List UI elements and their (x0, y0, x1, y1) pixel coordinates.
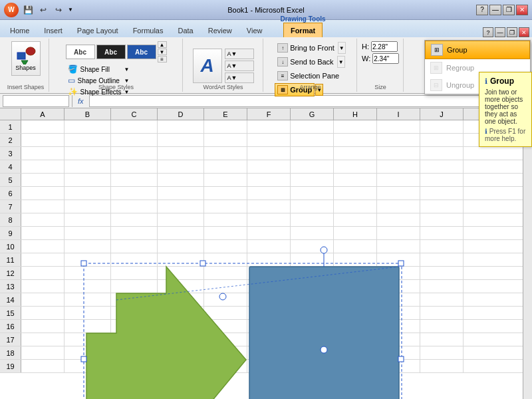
table-row: 16 (0, 320, 532, 333)
style-expand[interactable]: ≡ (158, 56, 167, 63)
shapes-button[interactable]: Shapes (11, 41, 41, 76)
cell-e1[interactable] (204, 120, 247, 133)
col-header-j[interactable]: J (420, 108, 464, 120)
tab-home[interactable]: Home (3, 23, 37, 37)
group-wordart: A A▼ A▼ A▼ WordArt Styles (184, 39, 263, 92)
name-box[interactable] (3, 95, 69, 107)
wordart-large-button[interactable]: A (193, 49, 222, 83)
save-button[interactable]: 💾 (21, 3, 35, 17)
office-orb[interactable]: W (4, 3, 19, 17)
style-preset-blue[interactable]: Abc (127, 45, 156, 59)
tab-review[interactable]: Review (201, 23, 239, 37)
style-scroll-up[interactable]: ▲ (158, 41, 167, 48)
table-row: 15 (0, 307, 532, 320)
minimize-button[interactable]: — (489, 5, 501, 15)
shape-fill-icon: 🪣 (68, 65, 78, 74)
selection-pane-button[interactable]: ≡ Selection Pane (275, 69, 342, 82)
wordart-effect-btn[interactable]: A▼ (225, 72, 254, 83)
cell-h1[interactable] (334, 120, 377, 133)
scrollbar-vertical[interactable] (523, 120, 532, 399)
col-header-b[interactable]: B (65, 108, 111, 120)
cell-b1[interactable] (65, 120, 111, 133)
svg-point-1 (26, 47, 35, 55)
ribbon-restore-button[interactable]: ❐ (507, 27, 517, 37)
style-scroll-down[interactable]: ▼ (158, 49, 167, 55)
dd-regroup-icon: ⊞ (430, 62, 442, 74)
height-input[interactable] (371, 41, 398, 52)
arrange-label: Arrange (264, 84, 356, 90)
dd-group-item[interactable]: ⊞ Group (425, 41, 530, 59)
restore-button[interactable]: ❐ (503, 5, 515, 15)
group-tooltip: ℹ Group Join two or more objects togethe… (479, 72, 532, 147)
shapes-button-label: Shapes (15, 65, 36, 71)
col-header-f[interactable]: F (247, 108, 291, 120)
height-input-row: H: (362, 41, 398, 52)
insert-shapes-content: Shapes (11, 40, 41, 90)
send-to-back-dropdown[interactable]: ▼ (337, 56, 345, 68)
table-row: 7 (0, 200, 532, 213)
table-row: 1 (0, 120, 532, 134)
tab-data[interactable]: Data (170, 23, 200, 37)
style-preset-black[interactable]: Abc (96, 45, 126, 59)
fx-button[interactable]: fx (75, 97, 86, 105)
ribbon-minimize-button[interactable]: — (495, 27, 505, 37)
tab-view[interactable]: View (239, 23, 270, 37)
title-bar-title: Book1 - Microsoft Excel (0, 6, 532, 14)
cell-f1[interactable] (247, 120, 291, 133)
shape-fill-dropdown[interactable]: ▼ (124, 66, 130, 72)
table-row: 6 (0, 187, 532, 200)
shape-fill-button[interactable]: 🪣 Shape Fill ▼ (66, 64, 132, 74)
table-row: 14 (0, 293, 532, 307)
svg-rect-0 (17, 53, 25, 59)
table-row: 13 (0, 280, 532, 293)
table-row: 18 (0, 346, 532, 360)
cell-d1[interactable] (158, 120, 204, 133)
table-row: 8 (0, 213, 532, 227)
insert-shapes-label: Insert Shapes (3, 84, 49, 90)
quick-access-toolbar: 💾 ↩ ↪ (21, 3, 65, 17)
width-input[interactable] (372, 53, 399, 64)
col-header-g[interactable]: G (291, 108, 334, 120)
undo-button[interactable]: ↩ (37, 3, 50, 17)
cell-a1[interactable] (21, 120, 65, 133)
bring-to-front-dropdown[interactable]: ▼ (338, 42, 346, 54)
col-header-i[interactable]: I (377, 108, 420, 120)
table-row: 12 (0, 267, 532, 280)
send-to-back-button[interactable]: ↓ Send to Back (275, 55, 336, 68)
tab-page-layout[interactable]: Page Layout (70, 23, 126, 37)
style-preset-white[interactable]: Abc (66, 45, 95, 59)
ribbon-close-button[interactable]: ✕ (519, 27, 529, 37)
shapes-icon (16, 46, 36, 65)
shape-styles-label: Shape Styles (50, 84, 182, 90)
selection-pane-icon: ≡ (277, 71, 288, 80)
drawing-tools-label: Drawing Tools (280, 15, 325, 23)
send-to-back-row: ↓ Send to Back ▼ (275, 55, 344, 68)
table-row: 9 (0, 227, 532, 240)
bring-to-front-icon: ↑ (277, 43, 288, 53)
tab-insert[interactable]: Insert (37, 23, 70, 37)
bring-to-front-button[interactable]: ↑ Bring to Front (275, 41, 337, 55)
col-header-h[interactable]: H (334, 108, 377, 120)
cell-i1[interactable] (377, 120, 420, 133)
wordart-outline-btn[interactable]: A▼ (225, 61, 254, 71)
shape-outline-dropdown[interactable]: ▼ (124, 78, 130, 84)
col-header-e[interactable]: E (204, 108, 247, 120)
help-button[interactable]: ? (476, 5, 488, 15)
table-row: 10 (0, 240, 532, 253)
cell-c1[interactable] (111, 120, 158, 133)
tab-formulas[interactable]: Formulas (126, 23, 171, 37)
wordart-color-btn[interactable]: A▼ (225, 49, 254, 59)
col-header-d[interactable]: D (158, 108, 204, 120)
table-row: 4 (0, 160, 532, 174)
close-button[interactable]: ✕ (516, 5, 528, 15)
ribbon-help-button[interactable]: ? (483, 27, 493, 37)
table-row: 17 (0, 333, 532, 346)
col-header-a[interactable]: A (21, 108, 65, 120)
cell-j1[interactable] (420, 120, 464, 133)
qa-dropdown[interactable]: ▼ (68, 7, 73, 13)
tab-format[interactable]: Format (283, 23, 323, 37)
col-header-c[interactable]: C (111, 108, 158, 120)
redo-button[interactable]: ↪ (52, 3, 65, 17)
cell-g1[interactable] (291, 120, 334, 133)
group-insert-shapes: Shapes Insert Shapes (3, 39, 49, 92)
